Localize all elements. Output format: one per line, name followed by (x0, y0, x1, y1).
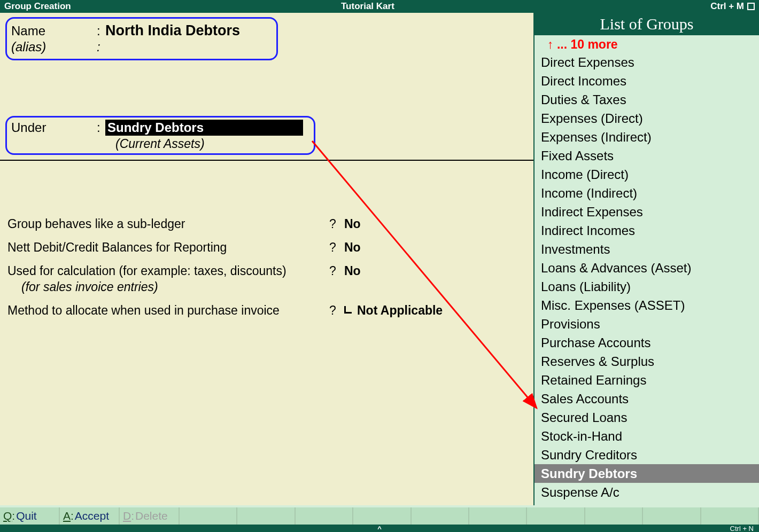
group-list-item[interactable]: Indirect Expenses (535, 202, 759, 221)
question-text: Group behaves like a sub-ledger (7, 216, 329, 232)
name-section: Name : North India Debtors (alias) : (5, 17, 278, 60)
group-list-item[interactable]: Expenses (Indirect) (535, 128, 759, 146)
screen-title: Group Creation (4, 1, 341, 12)
group-list-item[interactable]: Investments (535, 240, 759, 259)
question-row: Method to allocate when used in purchase… (7, 302, 443, 318)
question-text: Used for calculation (for example: taxes… (7, 263, 329, 295)
group-list-item[interactable]: Stock-in-Hand (535, 427, 759, 445)
empty-button-slot[interactable] (527, 507, 585, 525)
group-list-item[interactable]: Expenses (Direct) (535, 109, 759, 128)
group-list-item[interactable]: Income (Indirect) (535, 184, 759, 202)
question-answer[interactable]: No (344, 216, 361, 232)
question-row: Group behaves like a sub-ledger?No (7, 216, 443, 232)
empty-button-slot[interactable] (237, 507, 295, 525)
question-subtext: (for sales invoice entries) (7, 279, 329, 295)
alias-label: (alias) (11, 40, 97, 54)
group-list-item[interactable]: Fixed Assets (535, 146, 759, 165)
section-divider (0, 160, 533, 161)
group-list-item[interactable]: Suspense A/c (535, 483, 759, 502)
question-mark: ? (329, 302, 344, 318)
under-input[interactable]: Sundry Debtors (105, 120, 303, 136)
empty-button-slot[interactable] (353, 507, 411, 525)
empty-button-slot[interactable] (180, 507, 237, 525)
accept-button[interactable]: A: Accept (60, 507, 120, 525)
empty-button-slot[interactable] (412, 507, 469, 525)
question-answer[interactable]: No (344, 263, 361, 279)
list-scroll-more[interactable]: ↑ ... 10 more (535, 35, 759, 53)
company-name: Tutorial Kart (341, 1, 710, 12)
question-answer[interactable]: No (344, 239, 361, 255)
empty-button-slot[interactable] (585, 507, 643, 525)
status-shortcut: Ctrl + N (730, 525, 754, 533)
status-bar: ^ Ctrl + N (0, 525, 759, 532)
group-list-item[interactable]: Sundry Debtors (535, 464, 759, 483)
group-list-item[interactable]: Duties & Taxes (535, 90, 759, 109)
group-list-item[interactable]: Provisions (535, 315, 759, 333)
empty-button-slot[interactable] (643, 507, 701, 525)
question-mark: ? (329, 216, 344, 232)
group-list-item[interactable]: Loans (Liability) (535, 277, 759, 296)
topbar-shortcut: Ctrl + M (710, 1, 744, 12)
quit-button[interactable]: Q: Quit (0, 507, 60, 525)
group-list-item[interactable]: Direct Incomes (535, 72, 759, 90)
question-answer[interactable]: Not Applicable (344, 302, 443, 318)
action-buttons: Q: QuitA: AcceptD: Delete (0, 507, 759, 525)
empty-button-slot[interactable] (701, 507, 759, 525)
group-list-item[interactable]: Sundry Creditors (535, 445, 759, 464)
group-list-item[interactable]: Sales Accounts (535, 389, 759, 408)
window-control-icon[interactable] (747, 3, 755, 10)
question-row: Nett Debit/Credit Balances for Reporting… (7, 239, 443, 255)
expand-caret-icon[interactable]: ^ (377, 525, 382, 533)
question-mark: ? (329, 239, 344, 255)
bottom-bar: Q: QuitA: AcceptD: Delete ^ Ctrl + N (0, 505, 759, 532)
question-text: Method to allocate when used in purchase… (7, 302, 329, 318)
under-label: Under (11, 120, 97, 135)
group-list-item[interactable]: Reserves & Surplus (535, 352, 759, 371)
delete-button[interactable]: D: Delete (120, 507, 180, 525)
group-list-item[interactable]: Retained Earnings (535, 371, 759, 389)
group-list-item[interactable]: Secured Loans (535, 408, 759, 427)
question-row: Used for calculation (for example: taxes… (7, 263, 443, 295)
list-of-groups-panel: List of Groups ↑ ... 10 more Direct Expe… (533, 13, 759, 505)
question-mark: ? (329, 263, 344, 279)
empty-button-slot[interactable] (469, 507, 527, 525)
empty-button-slot[interactable] (296, 507, 353, 525)
group-list-item[interactable]: Indirect Incomes (535, 221, 759, 240)
group-list-item[interactable]: Misc. Expenses (ASSET) (535, 296, 759, 315)
name-input[interactable]: North India Debtors (105, 22, 240, 39)
question-text: Nett Debit/Credit Balances for Reporting (7, 239, 329, 255)
title-bar: Group Creation Tutorial Kart Ctrl + M (0, 0, 759, 13)
group-list-item[interactable]: Loans & Advances (Asset) (535, 259, 759, 277)
list-of-groups-title: List of Groups (535, 13, 759, 35)
under-section: Under : Sundry Debtors (Current Assets) (5, 116, 315, 155)
group-list: Direct ExpensesDirect IncomesDuties & Ta… (535, 53, 759, 520)
group-list-item[interactable]: Purchase Accounts (535, 333, 759, 352)
group-list-item[interactable]: Income (Direct) (535, 165, 759, 184)
group-list-item[interactable]: Direct Expenses (535, 53, 759, 72)
under-parent-text: (Current Assets) (11, 137, 309, 151)
dropdown-indicator-icon (344, 306, 352, 314)
name-label: Name (11, 22, 97, 40)
questions-section: Group behaves like a sub-ledger?NoNett D… (7, 216, 443, 326)
